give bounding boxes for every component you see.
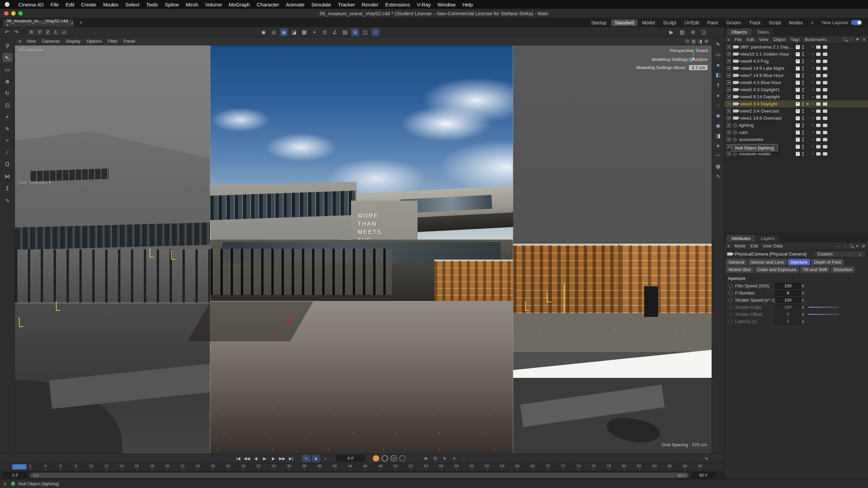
- visibility-dots[interactable]: [802, 81, 804, 85]
- animation-clock-icon[interactable]: ◔: [811, 102, 814, 106]
- live-selection-label[interactable]: Live Selection ▾: [19, 180, 51, 185]
- new-layouts-toggle[interactable]: [851, 20, 862, 25]
- layout-tab[interactable]: Model: [639, 19, 658, 26]
- tag-icon[interactable]: [823, 53, 827, 56]
- tag-icon[interactable]: [816, 109, 821, 113]
- animation-clock-icon[interactable]: ◔: [811, 152, 814, 156]
- toolbar-icon[interactable]: ▦: [300, 28, 308, 36]
- palette-tool[interactable]: ⚲: [3, 41, 12, 50]
- expand-icon[interactable]: [727, 137, 731, 142]
- toolbar-icon[interactable]: Ω: [321, 28, 329, 36]
- preset-dropdown[interactable]: Custom ⌄: [814, 251, 865, 257]
- object-create-icon[interactable]: ◠: [714, 152, 722, 160]
- enable-checkbox[interactable]: [796, 95, 800, 99]
- enable-checkbox[interactable]: [796, 45, 800, 49]
- attribute-section-tab[interactable]: General: [726, 259, 747, 265]
- menubar-item[interactable]: Help: [459, 2, 476, 7]
- object-name[interactable]: accessories: [739, 137, 794, 142]
- menubar-item[interactable]: Render: [358, 2, 382, 7]
- tag-icon[interactable]: [816, 81, 821, 84]
- attribute-menu-item[interactable]: User Data: [760, 243, 785, 248]
- axis-lock-button[interactable]: X: [28, 29, 35, 36]
- object-row[interactable]: view6 4:3 Blue Hour ⌖ ◔: [725, 79, 868, 86]
- visibility-dots[interactable]: [802, 130, 804, 135]
- palette-tool[interactable]: ▭: [3, 65, 12, 74]
- visibility-dots[interactable]: [802, 66, 804, 70]
- enable-checkbox[interactable]: [796, 145, 800, 149]
- animation-clock-icon[interactable]: ◔: [811, 109, 814, 113]
- expand-icon[interactable]: [727, 66, 731, 70]
- viewport-toggle-icon[interactable]: ⊞: [705, 39, 708, 44]
- expand-icon[interactable]: [727, 102, 731, 106]
- back-arrow-icon[interactable]: ←: [836, 243, 841, 248]
- document-tab[interactable]: 06_museum_sc..._Vray52.c4d * ×: [3, 19, 74, 27]
- palette-tool[interactable]: ≈: [3, 136, 12, 145]
- enable-checkbox[interactable]: [796, 152, 800, 156]
- menubar-item[interactable]: V-Ray: [413, 2, 434, 7]
- tag-icon[interactable]: [823, 67, 827, 70]
- menubar-item[interactable]: File: [47, 2, 62, 7]
- expand-icon[interactable]: [727, 95, 731, 99]
- object-row[interactable]: view5 4:3 Daylight1 ⌖ ◔: [725, 86, 868, 93]
- object-manager-menu-item[interactable]: File: [732, 37, 744, 42]
- minimize-window-button[interactable]: [11, 11, 16, 16]
- axis-lock-button[interactable]: Y: [36, 29, 43, 36]
- viewport-menu-item[interactable]: Options: [83, 39, 105, 44]
- keyframe-dot-icon[interactable]: [729, 305, 733, 309]
- object-create-icon[interactable]: ◍: [714, 163, 722, 170]
- menubar-item[interactable]: Modes: [100, 2, 122, 7]
- tag-icon[interactable]: [823, 152, 827, 156]
- enable-checkbox[interactable]: [796, 102, 800, 106]
- transport-button[interactable]: ▶: [261, 455, 269, 462]
- animation-clock-icon[interactable]: ◔: [811, 124, 814, 127]
- enable-checkbox[interactable]: [796, 52, 800, 56]
- object-name[interactable]: view3 3:4 Daylight: [740, 101, 794, 106]
- search-icon[interactable]: [843, 38, 847, 41]
- object-name[interactable]: museum model: [739, 151, 794, 156]
- zoom-window-button[interactable]: [18, 11, 23, 16]
- animation-clock-icon[interactable]: ◔: [811, 81, 814, 84]
- menubar-item[interactable]: Animate: [283, 2, 308, 7]
- palette-tool[interactable]: ⊕: [3, 77, 12, 86]
- menubar-item[interactable]: Create: [78, 2, 100, 7]
- object-row[interactable]: lighting ⌖ ◔: [725, 122, 868, 129]
- viewport-menu-item[interactable]: Cameras: [39, 39, 63, 44]
- expand-icon[interactable]: [727, 144, 731, 149]
- object-create-icon[interactable]: ◉: [714, 122, 722, 129]
- keyframe-dot-icon[interactable]: [729, 291, 733, 295]
- attribute-section-tab[interactable]: Aperture: [788, 259, 810, 265]
- object-create-icon[interactable]: ◆: [714, 112, 722, 119]
- value-stepper[interactable]: ▲▼: [802, 291, 804, 295]
- axis-lock-button[interactable]: L: [52, 29, 60, 36]
- playback-toggle[interactable]: ↻: [302, 455, 310, 462]
- menubar-item[interactable]: Character: [253, 2, 283, 7]
- expand-icon[interactable]: [727, 109, 731, 113]
- enable-checkbox[interactable]: [796, 81, 800, 85]
- object-manager-menu-item[interactable]: Object: [771, 37, 788, 42]
- layout-tab[interactable]: Groom: [723, 19, 744, 26]
- view-label[interactable]: Perspective: [19, 47, 43, 53]
- layout-tab[interactable]: Nodes: [786, 19, 806, 26]
- transport-button[interactable]: ◀: [252, 455, 260, 462]
- transport-button[interactable]: |◀: [234, 455, 242, 462]
- record-button[interactable]: [399, 455, 406, 462]
- viewport-toggle-icon[interactable]: ⊡: [686, 39, 689, 44]
- object-row[interactable]: cars ⌖ ◔: [725, 129, 868, 136]
- panel-tab[interactable]: Takes: [752, 28, 774, 36]
- enable-checkbox[interactable]: [796, 88, 800, 92]
- expand-icon[interactable]: [727, 87, 731, 92]
- value-stepper[interactable]: ▲▼: [802, 299, 804, 302]
- value-slider[interactable]: [808, 314, 840, 315]
- attribute-section-tab[interactable]: Motion Blur: [726, 266, 754, 273]
- tag-icon[interactable]: [823, 109, 827, 113]
- panel-menu-icon[interactable]: ≡: [727, 37, 730, 42]
- animation-clock-icon[interactable]: ◔: [811, 138, 814, 141]
- object-manager-menu-item[interactable]: View: [756, 37, 771, 42]
- record-channel-button[interactable]: ≡: [450, 455, 458, 462]
- object-name[interactable]: view7 14:9 Blue Hour: [740, 73, 794, 78]
- transport-button[interactable]: ▶▶: [278, 455, 286, 462]
- record-button[interactable]: [373, 455, 379, 462]
- palette-tool[interactable]: ∿: [3, 196, 12, 204]
- tag-icon[interactable]: [823, 138, 827, 141]
- viewport-toggle-icon[interactable]: ▤: [692, 39, 696, 44]
